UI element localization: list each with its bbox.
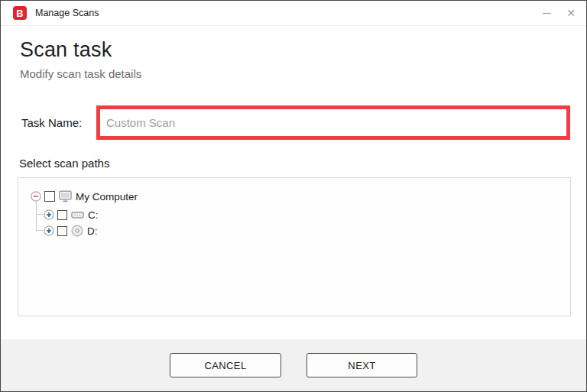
manage-scans-window: B Manage Scans ✕ Scan task Modify scan t… (0, 0, 587, 392)
select-scan-paths-label: Select scan paths (19, 157, 109, 170)
next-button[interactable]: NEXT (306, 353, 417, 377)
c-drive-checkbox[interactable] (57, 210, 67, 220)
bitdefender-logo-icon: B (13, 6, 27, 20)
tree-connector-c (36, 214, 44, 215)
tree-connector-vertical (36, 202, 37, 230)
window-controls: ✕ (534, 1, 583, 26)
hdd-icon (71, 212, 84, 219)
computer-icon (59, 190, 72, 202)
tree-label-c-drive[interactable]: C: (88, 209, 99, 221)
disc-icon (71, 225, 83, 237)
d-drive-checkbox[interactable] (57, 226, 67, 236)
tree-row-c-drive: C: (44, 209, 99, 221)
expand-icon[interactable] (44, 209, 54, 220)
tree-connector-d (36, 230, 44, 231)
page-subtitle: Modify scan task details (20, 67, 141, 80)
tree-label-my-computer[interactable]: My Computer (76, 191, 138, 202)
close-button[interactable]: ✕ (559, 1, 583, 26)
expand-icon[interactable] (44, 225, 54, 236)
window-title: Manage Scans (35, 8, 99, 18)
cancel-button[interactable]: CANCEL (170, 353, 281, 377)
task-name-label: Task Name: (21, 116, 82, 129)
titlebar: B Manage Scans ✕ (1, 1, 586, 26)
my-computer-checkbox[interactable] (44, 191, 55, 202)
close-icon: ✕ (566, 8, 576, 18)
page-title: Scan task (20, 38, 112, 62)
tree-label-d-drive[interactable]: D: (87, 225, 98, 237)
scan-paths-tree: My Computer C: (18, 177, 571, 316)
collapse-icon[interactable] (31, 191, 41, 202)
dialog-footer: CANCEL NEXT (1, 339, 586, 391)
tree-row-my-computer: My Computer (31, 190, 138, 202)
task-name-input[interactable] (100, 109, 566, 136)
minimize-icon (543, 13, 551, 14)
tree-row-d-drive: D: (44, 225, 98, 237)
task-name-highlight (96, 105, 570, 140)
minimize-button[interactable] (534, 1, 559, 26)
